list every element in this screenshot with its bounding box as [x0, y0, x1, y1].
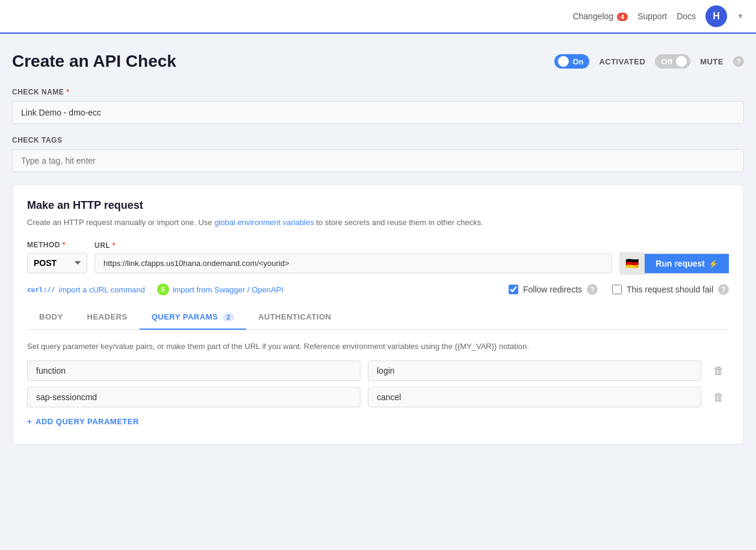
support-link[interactable]: Support [637, 11, 667, 21]
follow-redirects-label: Follow redirects [523, 285, 582, 294]
url-input[interactable] [94, 253, 612, 273]
method-select[interactable]: POST GET PUT DELETE PATCH [27, 253, 87, 273]
changelog-badge: 4 [617, 13, 628, 21]
options-row: Follow redirects ? This request should f… [509, 284, 729, 295]
tab-headers[interactable]: HEADERS [75, 305, 140, 330]
query-params-badge: 2 [223, 313, 234, 321]
import-links-group: curl:// import a cURL command S import f… [27, 283, 284, 295]
check-name-label: CHECK NAME * [12, 88, 744, 96]
toggle-off-text: Off [661, 57, 672, 66]
tab-body[interactable]: BODY [27, 305, 75, 330]
main-content: Create an API Check On ACTIVATED Off MUT… [0, 34, 756, 469]
fail-label: This request should fail [627, 285, 713, 294]
url-group: URL * [94, 241, 612, 273]
changelog-link[interactable]: Changelog 4 [572, 11, 628, 21]
http-card-title: Make an HTTP request [27, 199, 729, 212]
check-tags-input[interactable] [12, 149, 744, 172]
fail-help-icon[interactable]: ? [718, 284, 729, 295]
tab-query-params[interactable]: QUERY PARAMS 2 [140, 305, 246, 330]
http-request-card: Make an HTTP request Create an HTTP requ… [12, 184, 744, 445]
param-row-2: 🗑 [27, 387, 729, 407]
http-card-desc: Create an HTTP request manually or impor… [27, 218, 729, 227]
tab-authentication[interactable]: AUTHENTICATION [246, 305, 344, 330]
params-desc: Set query parameter key/value pairs, or … [27, 342, 729, 351]
method-label: METHOD * [27, 241, 87, 249]
mute-toggle[interactable]: Off [655, 54, 690, 69]
import-curl-link[interactable]: curl:// import a cURL command [27, 285, 145, 294]
param-key-2[interactable] [27, 387, 361, 407]
nav-links: Changelog 4 Support Docs H ▼ [572, 5, 744, 27]
fail-checkbox[interactable] [612, 285, 622, 294]
top-nav: Changelog 4 Support Docs H ▼ [0, 0, 756, 34]
follow-redirects-help-icon[interactable]: ? [587, 284, 598, 295]
flag-icon: 🇩🇪 [619, 252, 645, 275]
nav-dropdown-arrow[interactable]: ▼ [737, 12, 744, 20]
activated-label: ACTIVATED [599, 57, 645, 66]
param-key-1[interactable] [27, 360, 361, 381]
activated-toggle[interactable]: On [554, 54, 589, 69]
required-star: * [66, 88, 69, 96]
check-name-input[interactable] [12, 101, 744, 124]
run-request-button[interactable]: 🇩🇪 Run request ⚡ [619, 252, 729, 275]
method-url-row: METHOD * POST GET PUT DELETE PATCH URL * [27, 239, 729, 275]
delete-param-1[interactable]: 🗑 [708, 362, 729, 380]
check-name-group: CHECK NAME * [12, 88, 744, 124]
delete-param-2[interactable]: 🗑 [708, 389, 729, 406]
swagger-icon: S [157, 283, 169, 295]
mute-label: MUTE [700, 57, 723, 66]
toggle-circle-off [676, 56, 687, 67]
import-swagger-link[interactable]: S import from Swagger / OpenAPI [157, 283, 284, 295]
curl-icon: curl:// [27, 286, 55, 294]
param-value-2[interactable] [368, 387, 701, 407]
tabs-row: BODY HEADERS QUERY PARAMS 2 AUTHENTICATI… [27, 305, 729, 330]
url-label: URL * [94, 241, 612, 250]
check-tags-label: CHECK TAGS [12, 136, 744, 144]
fail-option: This request should fail ? [612, 284, 729, 295]
page-header: Create an API Check On ACTIVATED Off MUT… [12, 52, 744, 71]
header-controls: On ACTIVATED Off MUTE ? [554, 54, 744, 69]
env-vars-link[interactable]: global environment variables [214, 218, 314, 227]
import-options-row: curl:// import a cURL command S import f… [27, 283, 729, 295]
check-tags-group: CHECK TAGS [12, 136, 744, 172]
toggle-circle-on [558, 56, 569, 67]
docs-link[interactable]: Docs [677, 11, 696, 21]
run-btn-label: Run request ⚡ [645, 254, 729, 273]
page-title: Create an API Check [12, 52, 176, 71]
method-group: METHOD * POST GET PUT DELETE PATCH [27, 241, 87, 273]
follow-redirects-option: Follow redirects ? [509, 284, 598, 295]
param-row-1: 🗑 [27, 360, 729, 381]
follow-redirects-checkbox[interactable] [509, 285, 518, 294]
param-value-1[interactable] [368, 360, 701, 381]
add-query-param-button[interactable]: + ADD QUERY PARAMETER [27, 413, 139, 430]
avatar[interactable]: H [705, 5, 727, 27]
mute-help-icon[interactable]: ? [733, 56, 744, 67]
toggle-on-text: On [572, 57, 583, 66]
